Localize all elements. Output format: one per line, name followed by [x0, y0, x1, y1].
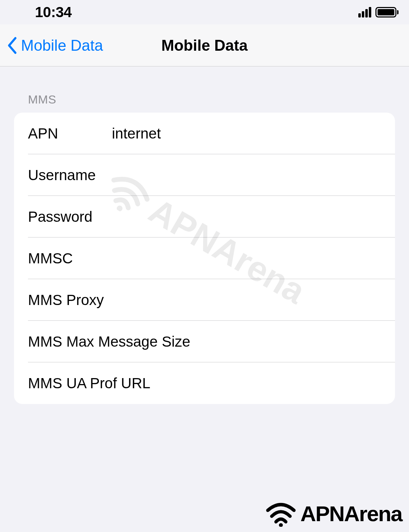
row-label: MMSC — [28, 250, 112, 267]
footer-logo-text: APNArena — [300, 501, 402, 526]
setting-row-mms-ua-prof[interactable]: MMS UA Prof URL — [14, 362, 395, 404]
row-label: MMS Proxy — [28, 292, 104, 308]
mmsc-input[interactable] — [112, 250, 381, 267]
setting-row-mms-proxy[interactable]: MMS Proxy — [14, 279, 395, 321]
username-input[interactable] — [112, 167, 381, 184]
navigation-bar: Mobile Data Mobile Data — [0, 24, 409, 66]
battery-icon — [375, 7, 399, 17]
footer-logo: APNArena — [264, 501, 402, 527]
setting-row-apn[interactable]: APN — [14, 113, 395, 154]
password-input[interactable] — [112, 208, 381, 225]
setting-row-mms-max-size[interactable]: MMS Max Message Size — [14, 321, 395, 362]
row-label: APN — [28, 125, 112, 142]
setting-row-password[interactable]: Password — [14, 196, 395, 237]
row-label: MMS Max Message Size — [28, 333, 190, 350]
settings-group-mms: APN Username Password MMSC MMS Proxy MMS… — [14, 113, 395, 404]
wifi-icon — [264, 501, 297, 527]
row-label: Username — [28, 167, 112, 184]
back-button[interactable]: Mobile Data — [0, 37, 103, 54]
mms-max-size-input[interactable] — [190, 333, 381, 350]
status-bar: 10:34 — [0, 0, 409, 24]
mms-proxy-input[interactable] — [104, 292, 381, 308]
chevron-back-icon — [7, 37, 17, 54]
mms-ua-prof-input[interactable] — [150, 375, 381, 392]
svg-point-1 — [279, 523, 283, 527]
status-time: 10:34 — [35, 4, 72, 21]
back-button-label: Mobile Data — [21, 37, 103, 54]
setting-row-username[interactable]: Username — [14, 154, 395, 196]
apn-input[interactable] — [112, 125, 381, 142]
status-indicators — [358, 7, 399, 17]
row-label: Password — [28, 208, 112, 225]
setting-row-mmsc[interactable]: MMSC — [14, 237, 395, 279]
row-label: MMS UA Prof URL — [28, 375, 150, 392]
cellular-signal-icon — [358, 7, 371, 17]
page-title: Mobile Data — [162, 37, 248, 54]
section-header-mms: MMS — [14, 93, 395, 113]
